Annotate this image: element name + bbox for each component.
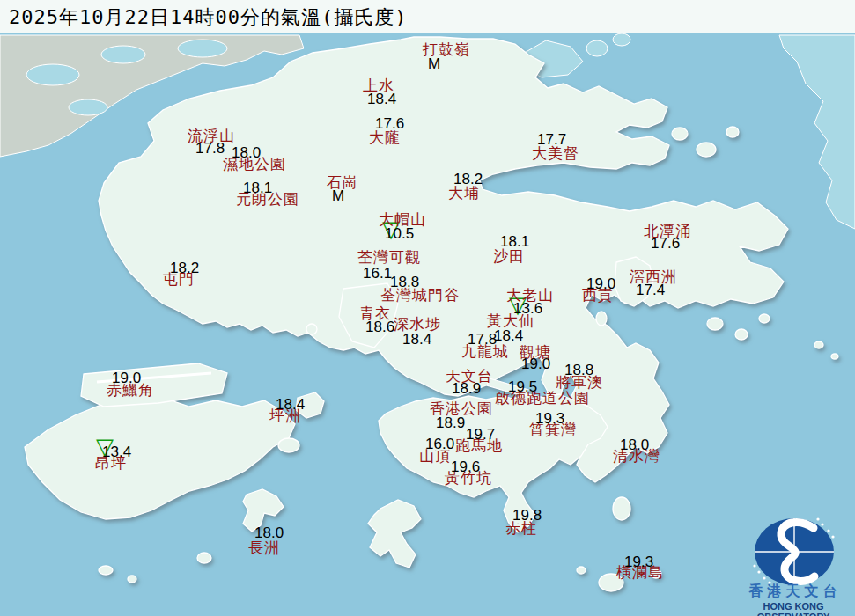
station-value: 19.7 [466,426,495,444]
stations-layer: M打鼓嶺18.4上水17.6大隴17.8流浮山17.7大美督18.0濕地公園18… [0,0,855,616]
station-value: M [332,187,344,205]
station-value: 19.0 [586,275,615,293]
station-value: 19.5 [508,378,537,396]
station-value: M [428,55,440,73]
station-value: 17.4 [636,282,665,299]
station-value: 18.4 [402,331,431,348]
station-value: 18.8 [390,274,419,291]
station-value: 18.9 [452,380,481,398]
station-value: 18.4 [494,327,523,345]
station-value: 18.1 [500,233,529,251]
temperature-map-page: 2025年10月22日14時00分的氣溫(攝氏度) M打鼓嶺18.4上水17.6… [0,0,855,616]
station-value: 19.0 [521,356,550,373]
station-value: 13.6 [513,300,542,318]
hko-logo-english-text: HONG KONG OBSERVATORY [727,601,855,616]
station-value: 17.7 [537,131,566,149]
station-value: 19.8 [512,507,542,524]
station-value: 16.1 [363,265,392,282]
station-value: 16.0 [425,436,454,453]
station-value: 18.9 [436,414,465,432]
station-value: 19.3 [535,410,564,428]
station-value: 18.4 [367,91,396,108]
station-value: 19.6 [451,458,480,476]
station-value: 18.8 [564,362,593,379]
station-value: 13.4 [102,444,131,461]
hko-logo-chinese-text: 香港天文台 [733,583,855,601]
station-value: 18.1 [243,180,272,197]
station-value: 17.6 [375,115,404,133]
station-value: 19.0 [112,370,141,387]
station-value: 18.0 [232,144,261,162]
station-value: 18.0 [254,524,284,542]
station-value: 18.6 [365,319,394,336]
station-value: 19.3 [624,554,653,571]
station-value: 18.2 [170,260,199,277]
map-title: 2025年10月22日14時00分的氣溫(攝氏度) [0,0,855,33]
station-value: 18.4 [276,396,305,414]
station-value: 17.8 [195,140,225,158]
station-value: 17.6 [651,235,680,253]
station-value: 18.0 [620,436,649,454]
station-value: 10.5 [385,225,414,243]
station-value: 18.2 [453,171,483,188]
station-value: 17.8 [468,331,497,348]
